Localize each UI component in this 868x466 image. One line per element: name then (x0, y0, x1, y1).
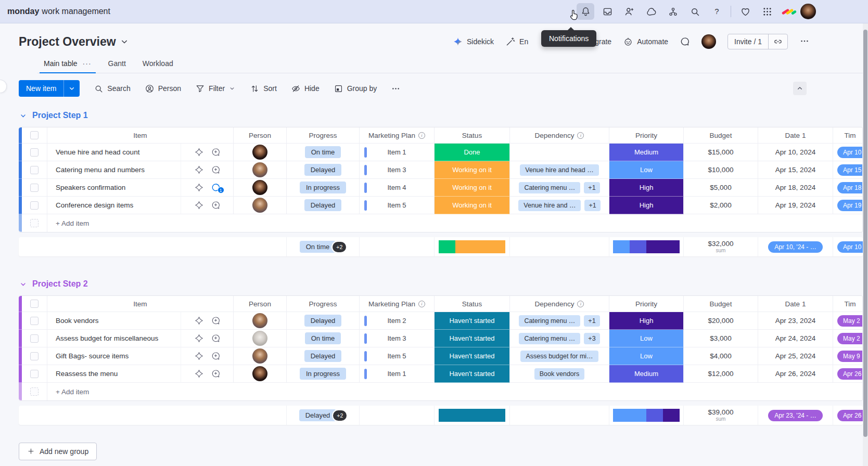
add-conversation-icon[interactable]: 1 (211, 183, 221, 192)
board-discussion-button[interactable] (680, 36, 690, 47)
ai-sparkle-icon[interactable] (194, 165, 204, 175)
copy-link-button[interactable] (768, 34, 787, 49)
timeline-cell[interactable]: May 9 (833, 347, 863, 365)
board-owner-avatar[interactable] (701, 34, 716, 49)
marketing-plan-cell[interactable]: Item 3 (360, 161, 435, 179)
marketing-plan-cell[interactable]: Item 1 (360, 365, 435, 383)
status-cell[interactable]: Haven't started (435, 330, 510, 347)
board-menu-chevron-icon[interactable] (119, 36, 130, 47)
timeline-cell[interactable]: May 2 (833, 312, 863, 330)
add-conversation-icon[interactable] (211, 200, 221, 210)
toolbar-more-button[interactable] (391, 84, 401, 94)
dependency-cell[interactable]: Venue hire and …+1 (510, 197, 609, 214)
column-header[interactable]: Progress (287, 127, 360, 144)
dependency-cell[interactable]: Book vendors (510, 365, 609, 383)
tab-menu-dots[interactable]: ··· (83, 59, 92, 68)
person-cell[interactable] (234, 161, 287, 179)
budget-cell[interactable]: $15,000 (684, 144, 758, 161)
column-header[interactable]: Dependency i (510, 296, 609, 312)
row-checkbox[interactable] (30, 334, 39, 343)
marketing-plan-cell[interactable]: Item 5 (360, 197, 435, 214)
products-switcher-icon[interactable] (664, 3, 682, 20)
priority-cell[interactable]: Low (609, 330, 684, 347)
marketing-plan-cell[interactable]: Item 4 (360, 179, 435, 197)
ai-sparkle-icon[interactable] (194, 147, 204, 157)
ai-sparkle-icon[interactable] (194, 333, 204, 343)
item-name-cell[interactable]: Venue hire and head count (47, 144, 181, 161)
column-header[interactable]: Tim (833, 127, 863, 144)
marketing-plan-cell[interactable]: Item 3 (360, 330, 435, 347)
board-tab[interactable]: Main table ··· (37, 59, 98, 73)
progress-cell[interactable]: On time (287, 330, 360, 347)
board-more-button[interactable] (799, 36, 810, 48)
add-item-button[interactable]: + Add item (47, 383, 863, 400)
apps-marketplace-icon[interactable] (642, 3, 660, 20)
progress-cell[interactable]: Delayed (287, 161, 360, 179)
column-header[interactable]: Person (234, 127, 287, 144)
column-header[interactable]: Marketing Plan i (360, 127, 435, 144)
inbox-icon[interactable] (598, 3, 616, 20)
add-item-row[interactable]: + Add item (19, 383, 862, 400)
status-cell[interactable]: Done (435, 144, 510, 161)
dependency-cell[interactable]: Assess budget for mi… (510, 347, 609, 365)
column-header[interactable]: Tim (833, 296, 863, 312)
budget-cell[interactable]: $20,000 (684, 312, 758, 330)
progress-cell[interactable]: In progress (287, 179, 360, 197)
add-item-row[interactable]: + Add item (19, 214, 862, 232)
column-header[interactable]: Status (435, 296, 510, 312)
dependency-cell[interactable]: Catering menu …+3 (510, 330, 609, 347)
ai-sparkle-icon[interactable] (194, 369, 204, 379)
add-conversation-icon[interactable] (211, 165, 221, 175)
user-avatar[interactable] (800, 4, 816, 19)
person-cell[interactable] (234, 347, 287, 365)
timeline-cell[interactable]: Apr 19 (833, 197, 863, 214)
sort-button[interactable]: Sort (250, 84, 277, 94)
row-checkbox[interactable] (30, 370, 39, 378)
dependency-cell[interactable] (510, 144, 609, 161)
column-header[interactable]: Status (435, 127, 510, 144)
add-conversation-icon[interactable] (211, 316, 221, 326)
new-item-button[interactable]: New item (19, 80, 80, 97)
hide-button[interactable]: Hide (291, 84, 320, 94)
row-checkbox[interactable] (30, 148, 39, 157)
date-cell[interactable]: Apr 18, 2024 (758, 179, 833, 197)
person-cell[interactable] (234, 144, 287, 161)
select-all-checkbox[interactable] (30, 131, 39, 139)
page-title[interactable]: Project Overview (19, 35, 116, 49)
column-header[interactable]: Priority (609, 296, 684, 312)
budget-cell[interactable]: $4,000 (684, 347, 758, 365)
add-conversation-icon[interactable] (211, 333, 221, 343)
ai-sparkle-icon[interactable] (194, 200, 204, 210)
priority-cell[interactable]: Low (609, 347, 684, 365)
invite-members-icon[interactable] (620, 3, 638, 20)
timeline-cell[interactable]: May 2 (833, 330, 863, 347)
ai-sparkle-icon[interactable] (194, 183, 204, 192)
marketing-plan-cell[interactable]: Item 2 (360, 312, 435, 330)
board-tab[interactable]: Gantt (102, 59, 132, 73)
date-cell[interactable]: Apr 24, 2024 (758, 330, 833, 347)
status-cell[interactable]: Haven't started (435, 347, 510, 365)
board-tab[interactable]: Workload (136, 59, 180, 73)
budget-cell[interactable]: $3,000 (684, 330, 758, 347)
search-button[interactable]: Search (94, 84, 130, 94)
timeline-cell[interactable]: Apr 18 (833, 179, 863, 197)
ai-sparkle-icon[interactable] (194, 351, 204, 361)
add-conversation-icon[interactable] (211, 351, 221, 361)
expand-sidebar-handle[interactable] (0, 80, 7, 93)
progress-cell[interactable]: Delayed (287, 197, 360, 214)
person-filter-button[interactable]: Person (145, 84, 181, 94)
item-name-cell[interactable]: Book vendors (47, 312, 181, 330)
add-conversation-icon[interactable] (211, 369, 221, 379)
status-cell[interactable]: Working on it (435, 161, 510, 179)
status-cell[interactable]: Haven't started (435, 312, 510, 330)
monday-logo[interactable]: mondaywork management (7, 7, 110, 16)
filter-button[interactable]: Filter (195, 84, 236, 94)
group-title[interactable]: Project Step 1 (19, 111, 863, 120)
item-name-cell[interactable]: Reassess the menu (47, 365, 181, 383)
add-conversation-icon[interactable] (211, 147, 221, 157)
item-name-cell[interactable]: Catering menu and numbers (47, 161, 181, 179)
column-header[interactable]: Date 1 (758, 296, 833, 312)
date-cell[interactable]: Apr 10, 2024 (758, 144, 833, 161)
item-name-cell[interactable]: Speakers confirmation (47, 179, 181, 197)
budget-cell[interactable]: $2,000 (684, 197, 758, 214)
